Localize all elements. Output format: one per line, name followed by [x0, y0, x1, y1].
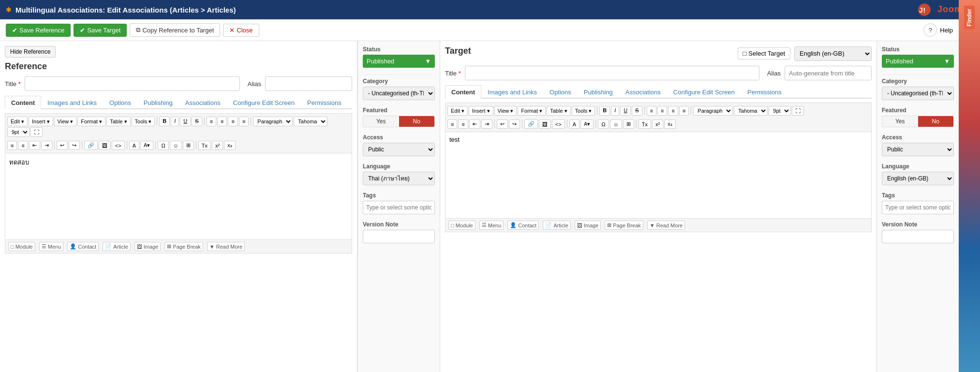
target-ul-btn[interactable]: ≡	[447, 119, 457, 129]
outdent-btn[interactable]: ⇤	[29, 141, 40, 150]
insert-read-more-btn[interactable]: ▼ Read More	[207, 242, 245, 251]
tab-reference-associations[interactable]: Associations	[179, 96, 227, 109]
highlight-btn[interactable]: A▾	[140, 141, 153, 150]
redo-btn[interactable]: ↪	[69, 141, 80, 150]
ref-category-select[interactable]: - Uncategorised (th-TH)	[363, 87, 435, 100]
align-right-btn[interactable]: ≡	[228, 117, 238, 126]
tab-reference-content[interactable]: Content	[5, 96, 41, 109]
target-special-char-btn[interactable]: Ω	[598, 119, 609, 129]
target-superscript-btn[interactable]: x²	[652, 119, 663, 129]
ref-featured-no-btn[interactable]: No	[399, 116, 435, 127]
italic-btn[interactable]: I	[171, 117, 179, 126]
hide-reference-button[interactable]: Hide Reference	[5, 46, 56, 58]
ul-btn[interactable]: ≡	[7, 141, 17, 150]
tgt-category-select[interactable]: - Uncategorised (th-TH)	[882, 87, 954, 100]
tab-reference-publishing[interactable]: Publishing	[137, 96, 179, 109]
target-highlight-btn[interactable]: A▾	[580, 119, 594, 129]
ref-tags-input[interactable]	[363, 201, 435, 214]
bold-btn[interactable]: B	[159, 117, 170, 126]
target-align-right-btn[interactable]: ≡	[668, 106, 678, 116]
fullscreen-btn[interactable]: ⛶	[30, 127, 43, 137]
save-target-button[interactable]: ✔ Save Target	[74, 24, 127, 37]
strikethrough-btn[interactable]: S	[192, 117, 202, 126]
reference-alias-input[interactable]: test-content-1	[265, 76, 352, 91]
editor-tools-menu[interactable]: Tools ▾	[132, 117, 155, 126]
target-strikethrough-btn[interactable]: S	[632, 106, 642, 116]
font-select[interactable]: Tahoma	[294, 117, 327, 126]
tab-reference-images-links[interactable]: Images and Links	[41, 96, 103, 109]
code-btn[interactable]: <>	[112, 141, 125, 150]
target-edit-menu[interactable]: Edit ▾	[447, 106, 468, 116]
tgt-access-select[interactable]: Public	[882, 143, 954, 156]
reference-editor-content[interactable]: ทดสอบ	[5, 153, 352, 240]
tab-target-content[interactable]: Content	[445, 85, 481, 99]
tgt-tags-input[interactable]	[882, 201, 954, 214]
target-image-btn[interactable]: 🖼	[539, 119, 551, 129]
target-align-left-btn[interactable]: ≡	[647, 106, 656, 116]
target-tools-menu[interactable]: Tools ▾	[572, 106, 595, 116]
target-insert-image-btn[interactable]: 🖼 Image	[575, 221, 601, 230]
editor-insert-menu[interactable]: Insert ▾	[29, 117, 53, 126]
target-table-btn[interactable]: ⊞	[623, 119, 634, 129]
align-justify-btn[interactable]: ≡	[239, 117, 249, 126]
format-select[interactable]: Formats Paragraph	[253, 117, 293, 126]
tab-target-images-links[interactable]: Images and Links	[481, 85, 543, 99]
remove-format-btn[interactable]: Tx	[198, 141, 211, 150]
target-link-btn[interactable]: 🔗	[524, 119, 538, 129]
target-alias-input[interactable]	[785, 66, 872, 80]
insert-article-btn[interactable]: 📄 Article	[103, 242, 131, 251]
select-target-button[interactable]: □ Select Target	[738, 47, 791, 60]
table-btn[interactable]: ⊞	[183, 141, 194, 150]
undo-btn[interactable]: ↩	[57, 141, 68, 150]
ref-version-input[interactable]	[363, 230, 435, 243]
subscript-btn[interactable]: x₂	[224, 141, 236, 150]
align-left-btn[interactable]: ≡	[207, 117, 216, 126]
tgt-version-input[interactable]	[882, 230, 954, 243]
indent-btn[interactable]: ⇥	[41, 141, 52, 150]
tab-reference-permissions[interactable]: Permissions	[301, 96, 348, 109]
target-size-select[interactable]: 9pt	[769, 106, 791, 116]
target-insert-menu[interactable]: Insert ▾	[469, 106, 493, 116]
underline-btn[interactable]: U	[180, 117, 191, 126]
tab-target-options[interactable]: Options	[543, 85, 578, 99]
target-insert-module-btn[interactable]: □ Module	[448, 221, 475, 230]
target-format-select[interactable]: Formats Paragraph	[693, 106, 733, 116]
help-button[interactable]: ?	[923, 23, 937, 37]
editor-table-menu[interactable]: Table ▾	[106, 117, 130, 126]
tab-target-permissions[interactable]: Permissions	[741, 85, 788, 99]
target-format-menu[interactable]: Format ▾	[518, 106, 546, 116]
reference-title-input[interactable]: ทดสอบ	[25, 76, 240, 91]
insert-menu-btn[interactable]: ☰ Menu	[39, 242, 64, 251]
tab-target-publishing[interactable]: Publishing	[578, 85, 619, 99]
target-insert-menu-btn[interactable]: ☰ Menu	[479, 221, 504, 230]
tab-target-associations[interactable]: Associations	[619, 85, 667, 99]
target-insert-article-btn[interactable]: 📄 Article	[543, 221, 571, 230]
target-insert-page-break-btn[interactable]: ⊠ Page Break	[605, 221, 643, 230]
editor-edit-menu[interactable]: Edit ▾	[7, 117, 28, 126]
target-font-color-btn[interactable]: A	[569, 119, 579, 129]
target-indent-btn[interactable]: ⇥	[481, 119, 492, 129]
ref-language-select[interactable]: Thai (ภาษาไทย)	[363, 172, 435, 185]
ref-access-select[interactable]: Public	[363, 143, 435, 156]
target-editor-content[interactable]: test	[445, 132, 872, 219]
insert-contact-btn[interactable]: 👤 Contact	[67, 242, 99, 251]
special-char-btn[interactable]: Ω	[158, 141, 168, 150]
ref-status-published-btn[interactable]: Published ▼	[363, 55, 435, 68]
target-underline-btn[interactable]: U	[620, 106, 631, 116]
font-color-btn[interactable]: A	[129, 141, 139, 150]
target-subscript-btn[interactable]: x₂	[664, 119, 676, 129]
editor-format-menu[interactable]: Format ▾	[77, 117, 105, 126]
tgt-featured-yes-btn[interactable]: Yes	[882, 116, 918, 127]
target-redo-btn[interactable]: ↪	[509, 119, 520, 129]
target-italic-btn[interactable]: I	[611, 106, 619, 116]
tab-target-configure[interactable]: Configure Edit Screen	[667, 85, 741, 99]
align-center-btn[interactable]: ≡	[217, 117, 227, 126]
target-outdent-btn[interactable]: ⇤	[469, 119, 480, 129]
target-align-justify-btn[interactable]: ≡	[679, 106, 689, 116]
tab-reference-options[interactable]: Options	[103, 96, 137, 109]
target-ol-btn[interactable]: ≡	[458, 119, 468, 129]
finder-label[interactable]: Finder	[964, 6, 975, 30]
target-undo-btn[interactable]: ↩	[497, 119, 508, 129]
close-button[interactable]: ✕ Close	[223, 24, 259, 37]
target-fullscreen-btn[interactable]: ⛶	[792, 106, 804, 116]
